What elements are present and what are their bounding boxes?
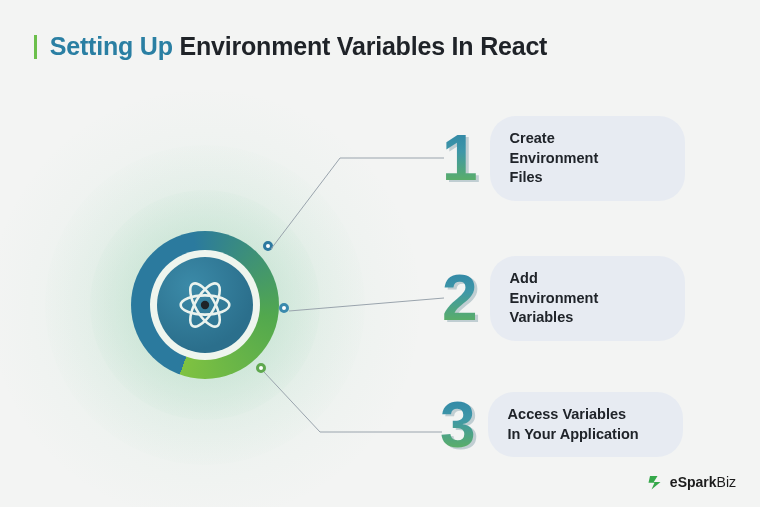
- brand-logo: eSparkBiz: [647, 473, 736, 491]
- center-badge: [157, 257, 253, 353]
- connector-dot-1: [263, 241, 273, 251]
- esparkbiz-icon: [647, 473, 665, 491]
- step-1: 1 1 Create Environment Files: [442, 116, 685, 201]
- page-title: Setting Up Environment Variables In Reac…: [34, 32, 547, 61]
- step-1-pill: Create Environment Files: [490, 116, 685, 201]
- title-accent-bar: [34, 35, 37, 59]
- brand-name: eSpark: [670, 474, 717, 490]
- center-gradient-ring: [131, 231, 279, 379]
- step-3-pill: Access Variables In Your Application: [488, 392, 683, 457]
- svg-point-3: [201, 301, 209, 309]
- center-ring-gap: [150, 250, 260, 360]
- step-2-pill: Add Environment Variables: [490, 256, 685, 341]
- step-2-number: 2 2: [442, 266, 476, 330]
- step-1-label: Create Environment Files: [510, 129, 599, 188]
- step-1-number: 1 1: [442, 126, 476, 190]
- brand-suffix: Biz: [717, 474, 736, 490]
- title-accent-text: Setting Up: [50, 32, 173, 60]
- connector-dot-2: [279, 303, 289, 313]
- step-2: 2 2 Add Environment Variables: [442, 256, 685, 341]
- react-logo-icon: [173, 273, 237, 337]
- step-2-label: Add Environment Variables: [510, 269, 599, 328]
- step-3-number: 3 3: [440, 393, 474, 457]
- step-3-label: Access Variables In Your Application: [508, 405, 639, 444]
- title-rest-text: Environment Variables In React: [180, 32, 548, 60]
- step-3: 3 3 Access Variables In Your Application: [440, 392, 683, 457]
- connector-dot-3: [256, 363, 266, 373]
